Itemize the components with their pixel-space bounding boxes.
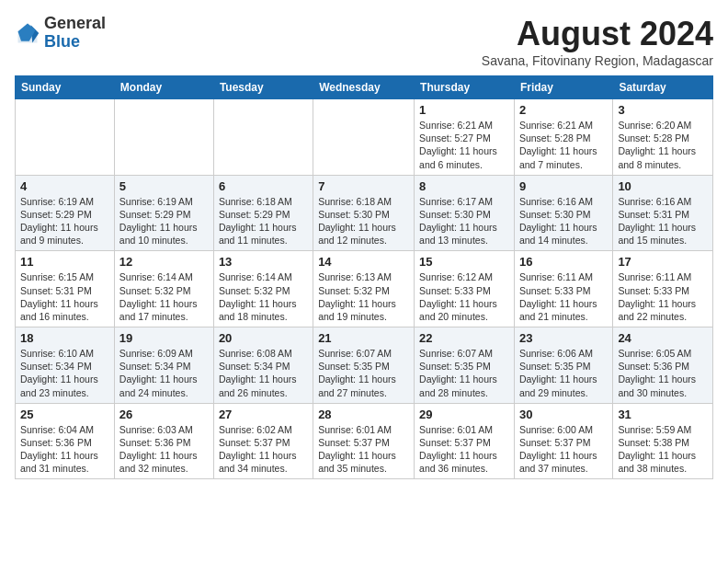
day-info: Sunrise: 6:00 AM Sunset: 5:37 PM Dayligh…	[519, 423, 608, 476]
calendar-cell: 28Sunrise: 6:01 AM Sunset: 5:37 PM Dayli…	[313, 403, 415, 479]
day-number: 19	[119, 331, 209, 345]
logo-blue-text: Blue	[44, 32, 80, 51]
day-number: 15	[419, 255, 509, 269]
calendar-cell: 8Sunrise: 6:17 AM Sunset: 5:30 PM Daylig…	[415, 175, 515, 251]
day-info: Sunrise: 6:18 AM Sunset: 5:29 PM Dayligh…	[219, 195, 308, 247]
calendar-cell: 29Sunrise: 6:01 AM Sunset: 5:37 PM Dayli…	[415, 403, 515, 479]
day-number: 30	[519, 408, 608, 421]
calendar-cell: 21Sunrise: 6:07 AM Sunset: 5:35 PM Dayli…	[313, 327, 415, 404]
calendar-cell: 16Sunrise: 6:11 AM Sunset: 5:33 PM Dayli…	[514, 251, 612, 327]
day-number: 10	[618, 179, 708, 193]
day-info: Sunrise: 6:10 AM Sunset: 5:34 PM Dayligh…	[20, 347, 109, 399]
calendar-cell: 1Sunrise: 6:21 AM Sunset: 5:27 PM Daylig…	[415, 99, 515, 176]
day-info: Sunrise: 6:05 AM Sunset: 5:36 PM Dayligh…	[618, 347, 708, 399]
day-number: 11	[20, 255, 109, 269]
calendar-cell: 12Sunrise: 6:14 AM Sunset: 5:32 PM Dayli…	[114, 251, 213, 327]
calendar-cell: 6Sunrise: 6:18 AM Sunset: 5:29 PM Daylig…	[213, 175, 313, 251]
calendar-cell: 23Sunrise: 6:06 AM Sunset: 5:35 PM Dayli…	[514, 327, 612, 404]
weekday-header: Saturday	[613, 76, 713, 99]
day-number: 1	[419, 103, 509, 117]
calendar-cell: 10Sunrise: 6:16 AM Sunset: 5:31 PM Dayli…	[613, 175, 713, 251]
day-number: 9	[519, 179, 608, 193]
day-number: 26	[119, 408, 209, 421]
day-number: 25	[20, 408, 109, 421]
day-number: 17	[618, 255, 708, 269]
day-info: Sunrise: 6:02 AM Sunset: 5:37 PM Dayligh…	[219, 423, 308, 476]
calendar-cell: 31Sunrise: 5:59 AM Sunset: 5:38 PM Dayli…	[613, 403, 713, 479]
day-info: Sunrise: 6:14 AM Sunset: 5:32 PM Dayligh…	[219, 270, 308, 323]
calendar-cell	[213, 99, 313, 176]
day-info: Sunrise: 6:07 AM Sunset: 5:35 PM Dayligh…	[419, 347, 509, 399]
day-number: 31	[618, 408, 708, 421]
day-info: Sunrise: 6:15 AM Sunset: 5:31 PM Dayligh…	[20, 270, 109, 323]
day-info: Sunrise: 6:19 AM Sunset: 5:29 PM Dayligh…	[20, 195, 109, 247]
calendar-cell: 15Sunrise: 6:12 AM Sunset: 5:33 PM Dayli…	[415, 251, 515, 327]
day-number: 21	[318, 331, 409, 345]
calendar-header-row: SundayMondayTuesdayWednesdayThursdayFrid…	[16, 76, 713, 99]
calendar-cell	[313, 99, 415, 176]
calendar-week-row: 18Sunrise: 6:10 AM Sunset: 5:34 PM Dayli…	[16, 327, 713, 404]
calendar-cell: 13Sunrise: 6:14 AM Sunset: 5:32 PM Dayli…	[213, 251, 313, 327]
day-info: Sunrise: 6:13 AM Sunset: 5:32 PM Dayligh…	[318, 270, 409, 323]
day-info: Sunrise: 6:06 AM Sunset: 5:35 PM Dayligh…	[519, 347, 608, 399]
day-info: Sunrise: 6:01 AM Sunset: 5:37 PM Dayligh…	[419, 423, 509, 476]
day-info: Sunrise: 6:04 AM Sunset: 5:36 PM Dayligh…	[20, 423, 109, 476]
month-year-title: August 2024	[482, 15, 713, 53]
day-number: 16	[519, 255, 608, 269]
logo: General Blue	[15, 15, 106, 52]
day-info: Sunrise: 6:14 AM Sunset: 5:32 PM Dayligh…	[119, 270, 209, 323]
day-number: 24	[618, 331, 708, 345]
logo-icon	[15, 20, 40, 46]
calendar-cell: 7Sunrise: 6:18 AM Sunset: 5:30 PM Daylig…	[313, 175, 415, 251]
calendar-cell: 30Sunrise: 6:00 AM Sunset: 5:37 PM Dayli…	[514, 403, 612, 479]
calendar-cell: 26Sunrise: 6:03 AM Sunset: 5:36 PM Dayli…	[114, 403, 213, 479]
weekday-header: Wednesday	[313, 76, 415, 99]
day-info: Sunrise: 6:12 AM Sunset: 5:33 PM Dayligh…	[419, 270, 509, 323]
day-number: 13	[219, 255, 308, 269]
calendar-cell: 18Sunrise: 6:10 AM Sunset: 5:34 PM Dayli…	[16, 327, 115, 404]
calendar-cell: 17Sunrise: 6:11 AM Sunset: 5:33 PM Dayli…	[613, 251, 713, 327]
day-number: 29	[419, 408, 509, 421]
calendar-cell: 2Sunrise: 6:21 AM Sunset: 5:28 PM Daylig…	[514, 99, 612, 176]
day-number: 3	[618, 103, 708, 117]
calendar-cell: 11Sunrise: 6:15 AM Sunset: 5:31 PM Dayli…	[16, 251, 115, 327]
calendar-cell: 19Sunrise: 6:09 AM Sunset: 5:34 PM Dayli…	[114, 327, 213, 404]
day-info: Sunrise: 6:08 AM Sunset: 5:34 PM Dayligh…	[219, 347, 308, 399]
calendar-cell: 20Sunrise: 6:08 AM Sunset: 5:34 PM Dayli…	[213, 327, 313, 404]
calendar-cell: 25Sunrise: 6:04 AM Sunset: 5:36 PM Dayli…	[16, 403, 115, 479]
day-info: Sunrise: 6:01 AM Sunset: 5:37 PM Dayligh…	[318, 423, 409, 476]
day-number: 8	[419, 179, 509, 193]
calendar-cell	[16, 99, 115, 176]
day-info: Sunrise: 6:11 AM Sunset: 5:33 PM Dayligh…	[519, 270, 608, 323]
calendar-week-row: 11Sunrise: 6:15 AM Sunset: 5:31 PM Dayli…	[16, 251, 713, 327]
day-number: 6	[219, 179, 308, 193]
calendar-cell: 22Sunrise: 6:07 AM Sunset: 5:35 PM Dayli…	[415, 327, 515, 404]
day-number: 22	[419, 331, 509, 345]
calendar-week-row: 4Sunrise: 6:19 AM Sunset: 5:29 PM Daylig…	[16, 175, 713, 251]
calendar-table: SundayMondayTuesdayWednesdayThursdayFrid…	[15, 75, 713, 479]
day-info: Sunrise: 6:19 AM Sunset: 5:29 PM Dayligh…	[119, 195, 209, 247]
day-number: 7	[318, 179, 409, 193]
day-info: Sunrise: 6:18 AM Sunset: 5:30 PM Dayligh…	[318, 195, 409, 247]
logo-general-text: General	[44, 14, 106, 32]
calendar-cell	[114, 99, 213, 176]
day-info: Sunrise: 6:16 AM Sunset: 5:31 PM Dayligh…	[618, 195, 708, 247]
calendar-week-row: 25Sunrise: 6:04 AM Sunset: 5:36 PM Dayli…	[16, 403, 713, 479]
location-subtitle: Savana, Fitovinany Region, Madagascar	[482, 53, 713, 68]
day-number: 18	[20, 331, 109, 345]
day-number: 27	[219, 408, 308, 421]
day-number: 28	[318, 408, 409, 421]
calendar-cell: 5Sunrise: 6:19 AM Sunset: 5:29 PM Daylig…	[114, 175, 213, 251]
day-info: Sunrise: 6:21 AM Sunset: 5:27 PM Dayligh…	[419, 119, 509, 171]
weekday-header: Thursday	[415, 76, 515, 99]
day-number: 23	[519, 331, 608, 345]
day-number: 4	[20, 179, 109, 193]
day-info: Sunrise: 6:17 AM Sunset: 5:30 PM Dayligh…	[419, 195, 509, 247]
day-number: 5	[119, 179, 209, 193]
calendar-cell: 27Sunrise: 6:02 AM Sunset: 5:37 PM Dayli…	[213, 403, 313, 479]
day-number: 14	[318, 255, 409, 269]
day-info: Sunrise: 6:11 AM Sunset: 5:33 PM Dayligh…	[618, 270, 708, 323]
day-number: 2	[519, 103, 608, 117]
day-info: Sunrise: 6:07 AM Sunset: 5:35 PM Dayligh…	[318, 347, 409, 399]
weekday-header: Tuesday	[213, 76, 313, 99]
